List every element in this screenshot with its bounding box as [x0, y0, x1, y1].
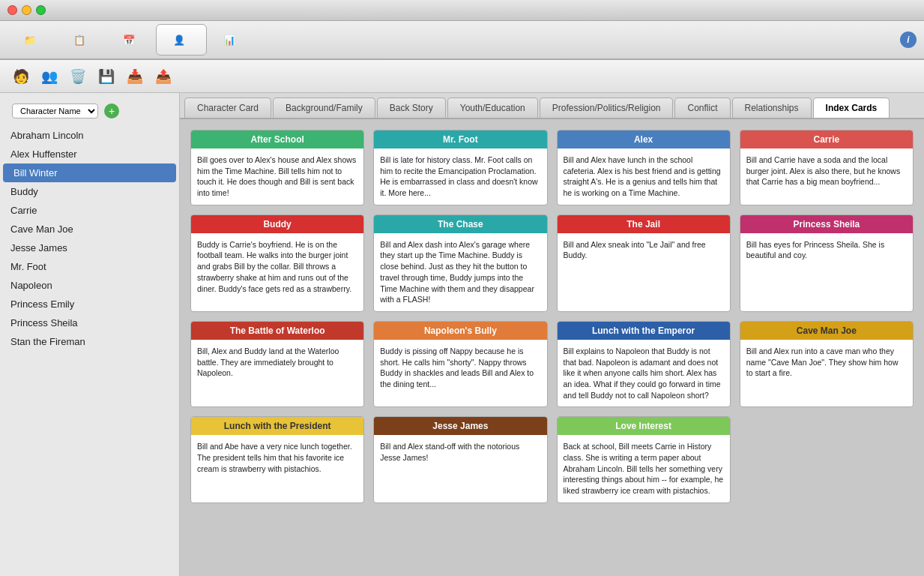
card-header: Love Interest [558, 417, 730, 435]
toolbar: 🧑 👥 🗑️ 💾 📥 📤 [0, 60, 924, 93]
outline-icon: 📋 [70, 31, 88, 49]
card-body: Bill has eyes for Princess Sheila. She i… [740, 233, 913, 267]
card-header: Cave Man Joe [740, 322, 913, 340]
tab-relationships[interactable]: Relationships [732, 98, 812, 118]
card-body: Bill, Alex and Buddy land at the Waterlo… [191, 340, 363, 385]
cards-grid: After SchoolBill goes over to Alex's hou… [190, 130, 914, 503]
sidebar-item-princess-emily[interactable]: Princess Emily [0, 295, 179, 314]
card-body: Bill and Alex dash into Alex's garage wh… [374, 233, 546, 311]
card-the-jail[interactable]: The JailBill and Alex sneak into "Le Jai… [557, 214, 731, 312]
sidebar: Character Name + Abraham LincolnAlex Huf… [0, 93, 180, 576]
sidebar-item-princess-sheila[interactable]: Princess Sheila [0, 314, 179, 332]
card-love-interest[interactable]: Love InterestBack at school, Bill meets … [557, 416, 731, 502]
sidebar-item-carrie[interactable]: Carrie [0, 201, 179, 220]
tool-save[interactable]: 💾 [94, 64, 118, 88]
sidebar-item-napoleon[interactable]: Napoleon [0, 276, 179, 295]
info-button[interactable]: i [900, 32, 917, 48]
tool-add[interactable]: 👥 [37, 64, 61, 88]
card-body: Bill and Alex stand-off with the notorio… [374, 435, 546, 469]
tab-profession-politics-religion[interactable]: Profession/Politics/Religion [540, 98, 674, 118]
main-layout: Character Name + Abraham LincolnAlex Huf… [0, 93, 924, 576]
card-header: Princess Sheila [740, 215, 913, 233]
nav-pitch[interactable]: 📊 [207, 25, 256, 55]
tab-background-family[interactable]: Background/Family [273, 98, 375, 118]
card-princess-sheila[interactable]: Princess SheilaBill has eyes for Princes… [740, 214, 914, 312]
card-jesse-james[interactable]: Jesse JamesBill and Alex stand-off with … [373, 416, 547, 502]
nav-characters[interactable]: 👤 [156, 24, 207, 56]
card-body: Back at school, Bill meets Carrie in His… [558, 435, 730, 502]
card-the-chase[interactable]: The ChaseBill and Alex dash into Alex's … [373, 214, 547, 312]
card-body: Bill and Alex run into a cave man who th… [740, 340, 913, 385]
card-header: Alex [558, 130, 730, 148]
timeline-icon: 📅 [120, 31, 138, 49]
card-body: Bill and Alex sneak into "Le Jail" and f… [558, 233, 730, 267]
sidebar-item-jesse-james[interactable]: Jesse James [0, 238, 179, 257]
card-header: Buddy [191, 215, 363, 233]
window-controls [7, 5, 46, 15]
card-mr.-foot[interactable]: Mr. FootBill is late for history class. … [373, 130, 547, 206]
card-lunch-with-the-president[interactable]: Lunch with the PresidentBill and Abe hav… [190, 416, 364, 502]
projects-icon: 📁 [21, 31, 39, 49]
tab-youth-education[interactable]: Youth/Education [447, 98, 538, 118]
card-header: Lunch with the Emperor [558, 322, 730, 340]
sidebar-item-stan-the-fireman[interactable]: Stan the Fireman [0, 332, 179, 351]
card-header: Mr. Foot [374, 130, 546, 148]
tool-export[interactable]: 📤 [151, 64, 175, 88]
card-alex[interactable]: AlexBill and Alex have lunch in the scho… [557, 130, 731, 206]
card-header: Napoleon's Bully [374, 322, 546, 340]
card-header: Carrie [740, 130, 913, 148]
nav-timeline[interactable]: 📅 [106, 25, 156, 55]
sidebar-item-alex-huffenster[interactable]: Alex Huffenster [0, 145, 179, 164]
main-content: Character CardBackground/FamilyBack Stor… [180, 93, 924, 576]
sidebar-list: Abraham LincolnAlex HuffensterBill Winte… [0, 126, 179, 351]
tab-bar: Character CardBackground/FamilyBack Stor… [180, 93, 924, 119]
card-carrie[interactable]: CarrieBill and Carrie have a soda and th… [740, 130, 914, 206]
sidebar-item-cave-man-joe[interactable]: Cave Man Joe [0, 220, 179, 238]
cards-area: After SchoolBill goes over to Alex's hou… [180, 119, 924, 576]
sidebar-item-buddy[interactable]: Buddy [0, 182, 179, 201]
nav-projects[interactable]: 📁 [7, 25, 57, 55]
sidebar-item-abraham-lincoln[interactable]: Abraham Lincoln [0, 126, 179, 145]
tab-index-cards[interactable]: Index Cards [813, 98, 890, 118]
maximize-button[interactable] [36, 5, 46, 15]
card-napoleon's-bully[interactable]: Napoleon's BullyBuddy is pissing off Nap… [373, 321, 547, 407]
tab-conflict[interactable]: Conflict [674, 98, 730, 118]
card-header: The Battle of Waterloo [191, 322, 363, 340]
card-body: Bill and Alex have lunch in the school c… [558, 148, 730, 205]
card-body: Buddy is pissing off Nappy because he is… [374, 340, 546, 396]
card-header: The Chase [374, 215, 546, 233]
tool-import[interactable]: 📥 [123, 64, 147, 88]
nav-outline[interactable]: 📋 [57, 25, 106, 55]
tab-character-card[interactable]: Character Card [184, 98, 271, 118]
card-cave-man-joe[interactable]: Cave Man JoeBill and Alex run into a cav… [740, 321, 914, 407]
card-body: Bill explains to Napoleon that Buddy is … [558, 340, 730, 406]
card-body: Bill goes over to Alex's house and Alex … [191, 148, 363, 205]
add-character-button[interactable]: + [104, 104, 119, 118]
card-lunch-with-the-emperor[interactable]: Lunch with the EmperorBill explains to N… [557, 321, 731, 407]
tool-new[interactable]: 🧑 [9, 64, 33, 88]
minimize-button[interactable] [22, 5, 31, 15]
card-the-battle-of-waterloo[interactable]: The Battle of WaterlooBill, Alex and Bud… [190, 321, 364, 407]
characters-icon: 👤 [170, 31, 188, 49]
card-empty [740, 416, 914, 502]
navbar: 📁 📋 📅 👤 📊 i [0, 21, 924, 60]
sidebar-item-mr.-foot[interactable]: Mr. Foot [0, 257, 179, 276]
card-header: Lunch with the President [191, 417, 363, 435]
tool-delete[interactable]: 🗑️ [66, 64, 90, 88]
card-header: The Jail [558, 215, 730, 233]
pitch-icon: 📊 [220, 31, 238, 49]
titlebar [0, 0, 924, 21]
tab-back-story[interactable]: Back Story [377, 98, 446, 118]
card-header: After School [191, 130, 363, 148]
card-body: Bill and Abe have a very nice lunch toge… [191, 435, 363, 480]
card-body: Buddy is Carrie's boyfriend. He is on th… [191, 233, 363, 300]
sort-row: Character Name + [0, 100, 179, 126]
card-header: Jesse James [374, 417, 546, 435]
close-button[interactable] [7, 5, 17, 15]
sort-select[interactable]: Character Name [12, 104, 98, 118]
card-body: Bill and Carrie have a soda and the loca… [740, 148, 913, 194]
card-after-school[interactable]: After SchoolBill goes over to Alex's hou… [190, 130, 364, 206]
card-body: Bill is late for history class. Mr. Foot… [374, 148, 546, 205]
card-buddy[interactable]: BuddyBuddy is Carrie's boyfriend. He is … [190, 214, 364, 312]
sidebar-item-bill-winter[interactable]: Bill Winter [3, 164, 176, 182]
